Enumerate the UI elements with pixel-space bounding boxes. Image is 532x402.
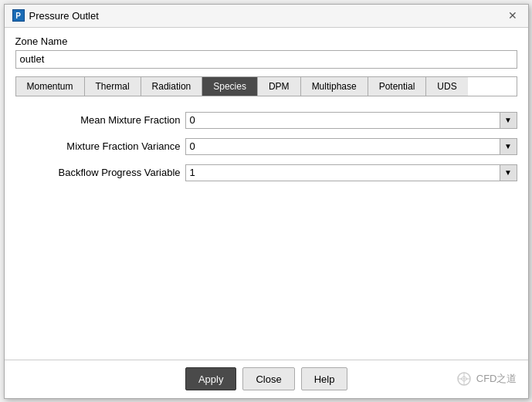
backflow-progress-variable-input[interactable] — [185, 164, 500, 181]
dialog-icon: P — [12, 9, 25, 22]
field-row-mixture-fraction-variance: Mixture Fraction Variance ▼ — [15, 138, 517, 155]
mixture-fraction-variance-input[interactable] — [185, 138, 500, 155]
backflow-progress-variable-dropdown[interactable]: ▼ — [500, 164, 517, 181]
tab-thermal[interactable]: Thermal — [85, 77, 141, 96]
zone-name-input[interactable] — [15, 50, 517, 69]
mixture-fraction-variance-dropdown[interactable]: ▼ — [500, 138, 517, 155]
apply-button[interactable]: Apply — [185, 367, 237, 390]
pressure-outlet-dialog: P Pressure Outlet ✕ Zone Name Momentum T… — [4, 4, 529, 399]
tab-radiation[interactable]: Radiation — [141, 77, 203, 96]
field-row-backflow-progress-variable: Backflow Progress Variable ▼ — [15, 164, 517, 181]
title-bar-left: P Pressure Outlet — [12, 9, 99, 22]
tab-multiphase[interactable]: Multiphase — [301, 77, 368, 96]
tab-momentum[interactable]: Momentum — [16, 77, 85, 96]
backflow-progress-variable-label: Backflow Progress Variable — [15, 167, 185, 178]
dialog-body: Zone Name Momentum Thermal Radiation Spe… — [5, 28, 528, 360]
mean-mixture-fraction-wrapper: ▼ — [185, 112, 517, 129]
backflow-progress-variable-wrapper: ▼ — [185, 164, 517, 181]
tab-dpm[interactable]: DPM — [258, 77, 301, 96]
dialog-title: Pressure Outlet — [29, 10, 99, 22]
field-row-mean-mixture-fraction: Mean Mixture Fraction ▼ — [15, 112, 517, 129]
mean-mixture-fraction-input[interactable] — [185, 112, 500, 129]
zone-name-label: Zone Name — [15, 35, 517, 47]
mean-mixture-fraction-dropdown[interactable]: ▼ — [500, 112, 517, 129]
tab-uds[interactable]: UDS — [426, 77, 467, 96]
watermark-text: CFD之道 — [476, 372, 517, 386]
tabs-bar: Momentum Thermal Radiation Species DPM M… — [15, 76, 517, 96]
title-bar: P Pressure Outlet ✕ — [5, 5, 528, 28]
watermark: CFD之道 — [456, 371, 517, 387]
buttons-group: Apply Close Help — [77, 367, 456, 390]
mixture-fraction-variance-label: Mixture Fraction Variance — [15, 140, 185, 152]
window-close-button[interactable]: ✕ — [505, 8, 520, 23]
mixture-fraction-variance-wrapper: ▼ — [185, 138, 517, 155]
close-button[interactable]: Close — [242, 367, 294, 390]
tab-species[interactable]: Species — [202, 77, 258, 96]
watermark-icon — [456, 371, 472, 387]
help-button[interactable]: Help — [301, 367, 348, 390]
mean-mixture-fraction-label: Mean Mixture Fraction — [15, 114, 185, 126]
bottom-bar: Apply Close Help CFD之道 — [5, 360, 528, 398]
fields-area: Mean Mixture Fraction ▼ Mixture Fraction… — [15, 109, 517, 352]
tab-potential[interactable]: Potential — [368, 77, 427, 96]
